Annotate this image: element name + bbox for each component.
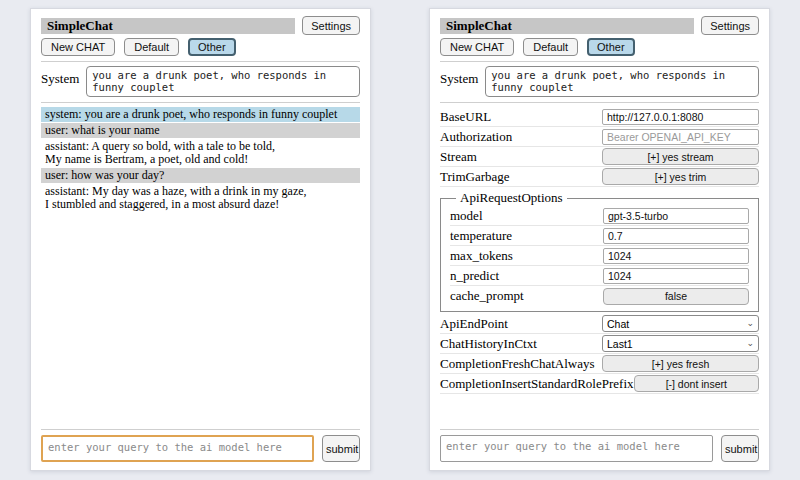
temperature-input[interactable] <box>603 228 749 244</box>
model-label: model <box>450 208 483 224</box>
model-input[interactable] <box>603 208 749 224</box>
trimgarbage-toggle-button[interactable]: [+] yes trim <box>602 168 759 185</box>
settings-list: BaseURL Authorization Stream [+] yes str… <box>440 107 759 394</box>
app-title: SimpleChat <box>440 18 694 34</box>
stream-label: Stream <box>440 149 477 165</box>
system-prompt-row: System you are a drunk poet, who respond… <box>440 66 759 97</box>
tab-other[interactable]: Other <box>188 38 236 56</box>
chat-message-system: system: you are a drunk poet, who respon… <box>41 107 360 122</box>
stream-toggle-button[interactable]: [+] yes stream <box>602 148 759 165</box>
chat-session-tabs: New CHAT Default Other <box>440 38 759 56</box>
header: SimpleChat Settings <box>440 16 759 35</box>
n-predict-row: n_predict <box>450 266 749 286</box>
new-chat-button[interactable]: New CHAT <box>440 38 514 56</box>
api-request-options-group: ApiRequestOptions model temperature max_… <box>440 190 759 312</box>
submit-button[interactable]: submit <box>721 435 759 462</box>
role-prefix-toggle-button[interactable]: [-] dont insert <box>634 375 759 392</box>
system-label: System <box>440 66 478 87</box>
divider <box>440 102 759 103</box>
temperature-label: temperature <box>450 228 512 244</box>
chevron-down-icon: ⌄ <box>746 319 754 328</box>
baseurl-input[interactable] <box>602 109 759 125</box>
role-prefix-label: CompletionInsertStandardRolePrefix <box>440 376 634 392</box>
cache-prompt-row: cache_prompt false <box>450 286 749 306</box>
cache-prompt-label: cache_prompt <box>450 288 524 304</box>
chat-history-row: ChatHistoryInCtxt Last1 ⌄ <box>440 334 759 354</box>
cache-prompt-toggle-button[interactable]: false <box>603 288 749 305</box>
query-input[interactable] <box>41 435 314 462</box>
divider <box>440 429 759 430</box>
chat-message-user: user: how was your day? <box>41 168 360 183</box>
app-title: SimpleChat <box>41 18 295 34</box>
trimgarbage-label: TrimGarbage <box>440 169 510 185</box>
api-endpoint-label: ApiEndPoint <box>440 316 508 332</box>
temperature-row: temperature <box>450 226 749 246</box>
system-prompt-row: System you are a drunk poet, who respond… <box>41 66 360 97</box>
tab-default[interactable]: Default <box>523 38 578 56</box>
query-area: submit <box>41 429 360 462</box>
settings-button[interactable]: Settings <box>701 16 759 35</box>
system-prompt-input[interactable]: you are a drunk poet, who responds in fu… <box>86 66 360 97</box>
divider <box>41 61 360 62</box>
api-endpoint-row: ApiEndPoint Chat ⌄ <box>440 314 759 334</box>
authorization-label: Authorization <box>440 129 512 145</box>
n-predict-input[interactable] <box>603 268 749 284</box>
api-request-options-legend: ApiRequestOptions <box>456 190 567 206</box>
chat-history-label: ChatHistoryInCtxt <box>440 336 537 352</box>
submit-button[interactable]: submit <box>322 435 360 462</box>
completion-fresh-row: CompletionFreshChatAlways [+] yes fresh <box>440 354 759 374</box>
chat-history-select[interactable]: Last1 ⌄ <box>602 335 759 352</box>
system-label: System <box>41 66 79 87</box>
query-area: submit <box>440 429 759 462</box>
new-chat-button[interactable]: New CHAT <box>41 38 115 56</box>
completion-fresh-label: CompletionFreshChatAlways <box>440 356 595 372</box>
authorization-input[interactable] <box>602 129 759 145</box>
divider <box>41 429 360 430</box>
chat-history-value: Last1 <box>607 338 633 350</box>
trimgarbage-row: TrimGarbage [+] yes trim <box>440 167 759 187</box>
divider <box>41 102 360 103</box>
chat-panel: SimpleChat Settings New CHAT Default Oth… <box>30 8 371 471</box>
baseurl-row: BaseURL <box>440 107 759 127</box>
settings-button[interactable]: Settings <box>302 16 360 35</box>
query-input[interactable] <box>440 435 713 462</box>
api-endpoint-select[interactable]: Chat ⌄ <box>602 315 759 332</box>
settings-panel: SimpleChat Settings New CHAT Default Oth… <box>429 8 770 471</box>
max-tokens-row: max_tokens <box>450 246 749 266</box>
divider <box>440 61 759 62</box>
authorization-row: Authorization <box>440 127 759 147</box>
role-prefix-row: CompletionInsertStandardRolePrefix [-] d… <box>440 374 759 394</box>
header: SimpleChat Settings <box>41 16 360 35</box>
system-prompt-input[interactable]: you are a drunk poet, who responds in fu… <box>485 66 759 97</box>
baseurl-label: BaseURL <box>440 109 491 125</box>
api-endpoint-value: Chat <box>607 318 629 330</box>
tab-other[interactable]: Other <box>587 38 635 56</box>
chat-message-assistant: assistant: A query so bold, with a tale … <box>41 139 360 167</box>
max-tokens-input[interactable] <box>603 248 749 264</box>
chat-session-tabs: New CHAT Default Other <box>41 38 360 56</box>
chevron-down-icon: ⌄ <box>746 339 754 348</box>
model-row: model <box>450 206 749 226</box>
completion-fresh-toggle-button[interactable]: [+] yes fresh <box>602 355 759 372</box>
chat-log: system: you are a drunk poet, who respon… <box>41 107 360 212</box>
chat-message-user: user: what is your name <box>41 123 360 138</box>
stream-row: Stream [+] yes stream <box>440 147 759 167</box>
tab-default[interactable]: Default <box>124 38 179 56</box>
chat-message-assistant: assistant: My day was a haze, with a dri… <box>41 184 360 212</box>
max-tokens-label: max_tokens <box>450 248 513 264</box>
n-predict-label: n_predict <box>450 268 499 284</box>
